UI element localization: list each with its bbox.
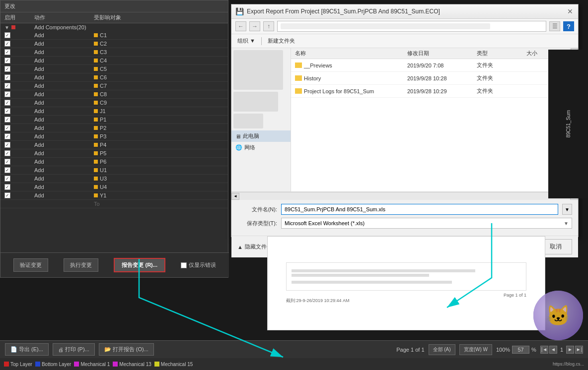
error-checkbox-icon[interactable] [181,262,187,268]
nav-back-button[interactable]: ← [235,21,246,31]
row-action: Add [34,108,94,114]
filetype-row: 保存类型(T): Microsoft Excel Worksheet (*.xl… [237,218,572,229]
next-page-btn[interactable]: ► [566,346,574,354]
row-checkbox[interactable] [4,58,10,63]
table-row[interactable]: Add J1 [0,107,228,116]
row-action: Add [34,184,94,190]
comp-icon [94,118,98,122]
row-checkbox[interactable] [4,150,10,156]
error-only-checkbox[interactable]: 仅显示错误 [181,261,216,269]
table-row[interactable]: Add P6 [0,158,228,166]
open-label: 打开报告 (O)... [113,346,148,353]
row-checkbox[interactable] [4,142,10,148]
page-indicator: Page 1 of 1 [396,347,424,353]
row-component: P3 [94,133,224,139]
row-action: Add [34,66,94,72]
scroll-left-btn[interactable]: ◄ [231,193,239,200]
table-header: 启用 动作 受影响对象 [0,12,228,23]
row-checkbox[interactable] [4,184,10,190]
collapse-icon[interactable]: ▼ [4,25,9,30]
row-checkbox[interactable] [4,49,10,55]
col-action: 动作 [34,14,94,21]
table-row[interactable]: Add C8 [0,90,228,99]
table-row[interactable]: Add C3 [0,48,228,57]
view-options-button[interactable]: ☰ [549,21,560,31]
open-report-button[interactable]: 📂 打开报告 (O)... [99,343,154,356]
row-checkbox[interactable] [4,125,10,131]
row-component: P6 [94,159,224,165]
row-component: C4 [94,58,224,63]
new-folder-label: 新建文件夹 [268,37,295,45]
file-name-previews: __Previews [304,62,332,68]
report-preview-area: 截到:29-9-26/2019 10:29:44 AM Page 1 of 1 [267,236,545,330]
nav-up-button[interactable]: ↑ [263,21,274,31]
sidebar-item-network[interactable]: 🌐 网络 [231,142,291,153]
table-row[interactable]: Add P1 [0,116,228,124]
panel-header: 更改 [0,0,228,12]
print-button[interactable]: 🖨 打印 (P)... [53,343,95,356]
row-action: Add [34,58,94,63]
width-button[interactable]: 宽度(W) W [459,344,492,355]
row-action: Add [34,91,94,97]
file-row-previews[interactable]: __Previews 2019/9/20 7:08 文件夹 [291,59,570,72]
comp-icon [94,193,98,197]
prev-page-btn[interactable]: ◄ [549,346,557,354]
table-row[interactable]: Add U1 [0,166,228,175]
new-folder-button[interactable]: 新建文件夹 [266,36,297,46]
table-row[interactable]: Add C1 [0,31,228,40]
eco-changes-panel: 更改 启用 动作 受影响对象 ▼ Add Components(20) Add … [0,0,228,278]
row-checkbox[interactable] [4,66,10,72]
row-checkbox[interactable] [4,74,10,80]
sidebar-item-this-pc[interactable]: 🖥 此电脑 [231,130,291,142]
first-page-btn[interactable]: |◄ [540,346,548,354]
folder-icon-history [295,75,302,81]
table-row[interactable]: Add U3 [0,175,228,183]
filetype-dropdown[interactable]: Microsoft Excel Worksheet (*.xls) ▼ [281,218,572,229]
table-row[interactable]: Add C7 [0,82,228,90]
filename-input[interactable] [281,204,558,215]
file-row-history[interactable]: History 2019/9/28 10:28 文件夹 [291,72,570,85]
help-icon: ? [567,23,571,30]
table-row[interactable]: Add P5 [0,149,228,158]
full-button[interactable]: 全部 (A) [429,344,455,355]
file-row-projlogs[interactable]: Project Logs for 89C51_Sum 2019/9/28 10:… [291,85,570,98]
table-row[interactable]: Add C4 [0,57,228,65]
row-checkbox[interactable] [4,108,10,114]
hidden-arrow-icon: ▲ [237,244,243,250]
validate-button[interactable]: 验证变更 [13,258,48,272]
row-checkbox[interactable] [4,159,10,165]
row-checkbox[interactable] [4,117,10,123]
row-checkbox[interactable] [4,91,10,97]
execute-button[interactable]: 执行变更 [64,258,98,272]
cat-avatar: 🐱 [533,291,583,340]
horizontal-scrollbar[interactable]: ◄ ► [231,192,578,200]
table-row[interactable]: Add C9 [0,99,228,107]
row-checkbox[interactable] [4,100,10,106]
report-button[interactable]: 报告变更 (R)... [114,258,165,272]
table-row[interactable]: Add U4 [0,183,228,191]
row-checkbox[interactable] [4,133,10,139]
sidebar-blurred-small [233,114,263,128]
section-icon [11,25,15,29]
row-checkbox[interactable] [4,41,10,47]
table-row[interactable]: Add P4 [0,141,228,149]
zoom-input[interactable] [512,346,529,354]
row-checkbox[interactable] [4,167,10,173]
row-checkbox[interactable] [4,83,10,89]
last-page-btn[interactable]: ►| [575,346,583,354]
row-checkbox[interactable] [4,176,10,182]
close-button[interactable]: ✕ [566,7,574,15]
table-row[interactable]: Add C5 [0,65,228,73]
table-row[interactable]: Add C6 [0,73,228,82]
organize-button[interactable]: 组织 ▼ [235,36,257,46]
row-checkbox[interactable] [4,192,10,198]
export-button[interactable]: 📄 导出 (E)... [5,343,49,356]
table-row[interactable]: Add C2 [0,40,228,48]
filename-dropdown-btn[interactable]: ▼ [562,204,572,215]
table-row[interactable]: Add P2 [0,124,228,132]
nav-forward-button[interactable]: → [249,21,260,31]
table-row[interactable]: Add P3 [0,132,228,141]
help-button[interactable]: ? [563,21,574,31]
table-row[interactable]: Add Y1 [0,191,228,200]
row-checkbox[interactable] [4,32,10,38]
